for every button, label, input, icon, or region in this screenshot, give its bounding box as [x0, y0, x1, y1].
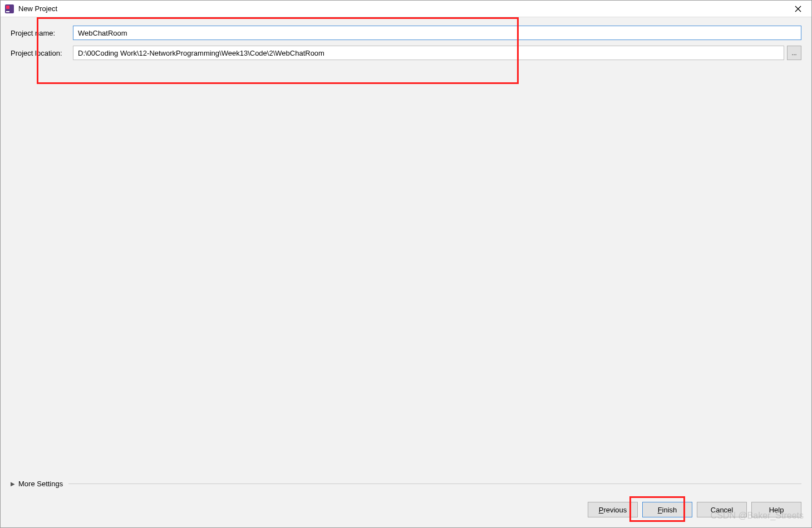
help-button[interactable]: Help — [751, 502, 801, 517]
close-button[interactable] — [789, 1, 807, 17]
project-location-label: Project location: — [11, 49, 73, 57]
svg-rect-1 — [6, 6, 9, 9]
project-name-label: Project name: — [11, 29, 73, 37]
project-location-input[interactable] — [73, 46, 784, 60]
dialog-content: Project name: Project location: ... — [1, 17, 811, 461]
divider — [68, 483, 801, 484]
finish-button[interactable]: Finish — [642, 502, 692, 517]
button-row: Previous Finish Cancel Help — [11, 502, 801, 517]
svg-rect-2 — [6, 11, 9, 12]
project-name-row: Project name: — [11, 26, 801, 40]
cancel-button[interactable]: Cancel — [697, 502, 747, 517]
more-settings-label: More Settings — [18, 480, 63, 488]
project-location-row: Project location: ... — [11, 46, 801, 60]
title-bar: New Project — [1, 1, 811, 17]
window-title: New Project — [18, 4, 789, 13]
previous-button[interactable]: Previous — [588, 502, 638, 517]
more-settings-toggle[interactable]: ▶ More Settings — [11, 480, 801, 488]
app-icon — [5, 4, 14, 13]
project-name-input[interactable] — [73, 26, 801, 40]
bottom-area: ▶ More Settings Previous Finish Cancel H… — [1, 480, 811, 527]
browse-button[interactable]: ... — [787, 46, 801, 60]
chevron-right-icon: ▶ — [11, 481, 15, 487]
